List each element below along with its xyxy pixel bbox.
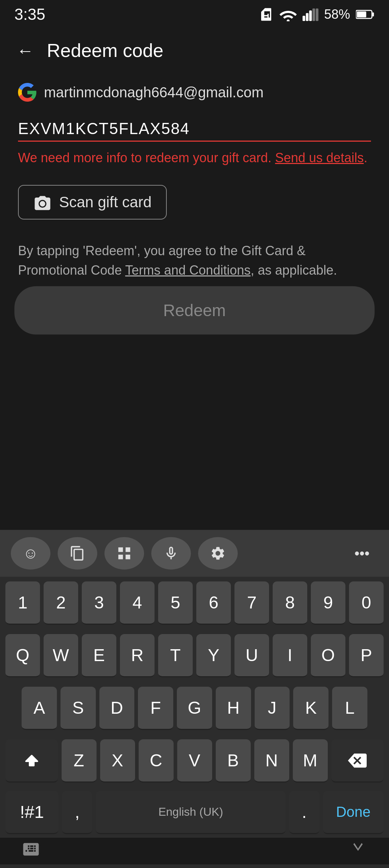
back-button[interactable]: ← xyxy=(14,40,36,61)
key-3[interactable]: 3 xyxy=(82,581,116,625)
symbols-key[interactable]: !#1 xyxy=(5,791,58,834)
error-message: We need more info to redeem your gift ca… xyxy=(18,149,371,167)
backspace-key[interactable] xyxy=(331,739,384,783)
svg-rect-4 xyxy=(316,9,318,21)
grid-button[interactable] xyxy=(104,537,144,570)
key-d[interactable]: D xyxy=(99,687,135,730)
battery-level: 58% xyxy=(324,7,350,22)
key-h[interactable]: H xyxy=(216,687,251,730)
status-icons: 58% xyxy=(259,7,375,22)
terms-text: By tapping 'Redeem', you agree to the Gi… xyxy=(18,241,371,280)
code-input[interactable] xyxy=(18,116,371,142)
keyboard-toolbar: ☺ ••• xyxy=(0,530,389,577)
svg-rect-0 xyxy=(303,16,305,21)
key-f[interactable]: F xyxy=(138,687,173,730)
key-p[interactable]: P xyxy=(349,634,384,677)
sim-icon xyxy=(259,7,274,22)
settings-button[interactable] xyxy=(198,537,238,570)
chevron-down-button[interactable] xyxy=(349,841,367,857)
shift-key[interactable] xyxy=(5,739,58,783)
svg-rect-6 xyxy=(372,12,374,16)
camera-icon xyxy=(33,194,52,210)
redeem-button[interactable]: Redeem xyxy=(14,286,375,335)
page-title: Redeem code xyxy=(47,40,164,61)
key-v[interactable]: V xyxy=(177,739,212,783)
key-0[interactable]: 0 xyxy=(349,581,384,625)
key-j[interactable]: J xyxy=(255,687,290,730)
key-n[interactable]: N xyxy=(254,739,289,783)
key-t[interactable]: T xyxy=(158,634,193,677)
key-s[interactable]: S xyxy=(61,687,96,730)
key-5[interactable]: 5 xyxy=(158,581,193,625)
code-input-container[interactable] xyxy=(18,116,371,142)
svg-rect-1 xyxy=(306,13,308,21)
clipboard-button[interactable] xyxy=(58,537,97,570)
account-email: martinmcdonagh6644@gmail.com xyxy=(44,84,264,101)
key-r[interactable]: R xyxy=(120,634,155,677)
key-x[interactable]: X xyxy=(100,739,135,783)
more-options-button[interactable]: ••• xyxy=(346,537,378,570)
status-time: 3:35 xyxy=(14,5,45,23)
microphone-button[interactable] xyxy=(151,537,191,570)
key-i[interactable]: I xyxy=(273,634,307,677)
gear-icon xyxy=(210,545,226,561)
scan-gift-card-button[interactable]: Scan gift card xyxy=(18,185,167,220)
key-k[interactable]: K xyxy=(293,687,328,730)
keyboard-nav-icon[interactable] xyxy=(22,841,40,857)
error-period: . xyxy=(364,150,367,165)
keyboard: ☺ ••• xyxy=(0,530,389,868)
content-area: martinmcdonagh6644@gmail.com We need mor… xyxy=(0,68,389,294)
key-z[interactable]: Z xyxy=(62,739,97,783)
bottom-nav-bar xyxy=(0,838,389,864)
keyboard-icon xyxy=(22,841,40,856)
done-key[interactable]: Done xyxy=(323,791,384,834)
space-key[interactable]: English (UK) xyxy=(96,791,285,834)
key-b[interactable]: B xyxy=(216,739,251,783)
key-4[interactable]: 4 xyxy=(120,581,155,625)
microphone-icon xyxy=(163,545,179,561)
terms-link[interactable]: Terms and Conditions xyxy=(125,263,251,278)
key-y[interactable]: Y xyxy=(196,634,231,677)
key-m[interactable]: M xyxy=(293,739,328,783)
key-7[interactable]: 7 xyxy=(234,581,269,625)
key-a[interactable]: A xyxy=(22,687,57,730)
scan-button-label: Scan gift card xyxy=(59,194,152,211)
keyboard-bottom-row: !#1 , English (UK) . Done xyxy=(0,787,389,838)
grid-icon xyxy=(116,545,132,561)
account-row: martinmcdonagh6644@gmail.com xyxy=(18,83,371,102)
comma-key[interactable]: , xyxy=(62,791,92,834)
key-6[interactable]: 6 xyxy=(196,581,231,625)
key-e[interactable]: E xyxy=(82,634,116,677)
asdf-row: A S D F G H J K L xyxy=(0,682,389,735)
svg-rect-2 xyxy=(309,10,312,21)
google-logo-icon xyxy=(18,83,37,102)
key-l[interactable]: L xyxy=(332,687,367,730)
emoji-button[interactable]: ☺ xyxy=(11,537,50,570)
emoji-icon: ☺ xyxy=(23,545,39,562)
key-2[interactable]: 2 xyxy=(44,581,78,625)
svg-rect-3 xyxy=(312,9,315,21)
key-g[interactable]: G xyxy=(177,687,212,730)
error-text: We need more info to redeem your gift ca… xyxy=(18,150,272,165)
send-details-link[interactable]: Send us details xyxy=(275,150,364,165)
key-8[interactable]: 8 xyxy=(273,581,307,625)
battery-icon xyxy=(356,9,375,20)
key-u[interactable]: U xyxy=(234,634,269,677)
number-row: 1 2 3 4 5 6 7 8 9 0 xyxy=(0,577,389,629)
qwerty-row: Q W E R T Y U I O P xyxy=(0,629,389,682)
space-label: English (UK) xyxy=(158,805,223,819)
terms-text-after: , as applicable. xyxy=(251,263,337,278)
key-o[interactable]: O xyxy=(311,634,345,677)
status-bar: 3:35 58% xyxy=(0,0,389,29)
key-q[interactable]: Q xyxy=(5,634,40,677)
key-9[interactable]: 9 xyxy=(311,581,345,625)
key-w[interactable]: W xyxy=(44,634,78,677)
key-1[interactable]: 1 xyxy=(5,581,40,625)
key-c[interactable]: C xyxy=(139,739,174,783)
header: ← Redeem code xyxy=(0,29,389,68)
period-key[interactable]: . xyxy=(289,791,319,834)
more-dots-icon: ••• xyxy=(354,545,370,562)
shift-icon xyxy=(23,752,40,769)
wifi-icon xyxy=(280,8,297,21)
back-arrow-icon: ← xyxy=(17,41,34,61)
